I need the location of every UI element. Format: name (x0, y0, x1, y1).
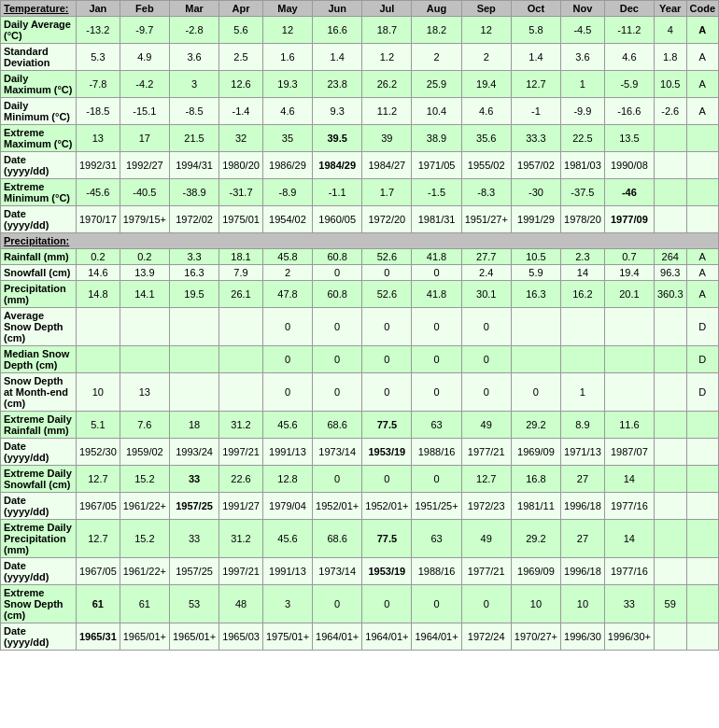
cell-value: 0 (412, 265, 461, 281)
col-header-jun: Jun (313, 1, 362, 17)
cell-value: 0 (412, 346, 461, 373)
cell-value: 59 (654, 585, 686, 623)
cell-value: 1953/19 (362, 439, 412, 466)
cell-value: -45.6 (76, 179, 120, 206)
cell-value: 30.1 (461, 281, 511, 308)
cell-value: 0 (313, 466, 362, 493)
cell-value: 1967/05 (76, 558, 120, 585)
cell-value: 12.7 (511, 71, 560, 98)
cell-value: 1994/31 (169, 152, 219, 179)
cell-value: 1988/16 (412, 558, 461, 585)
cell-value: 1991/13 (262, 558, 312, 585)
row-label: Snowfall (cm) (1, 265, 77, 281)
cell-value: 1 (561, 373, 605, 412)
cell-value: -7.8 (76, 71, 120, 98)
cell-value: -15.1 (120, 98, 169, 125)
cell-value (654, 412, 686, 439)
cell-value: -1.4 (219, 98, 263, 125)
col-header-feb: Feb (120, 1, 169, 17)
cell-value: 1967/05 (76, 493, 120, 520)
cell-value: 77.5 (362, 412, 412, 439)
cell-value: 17 (120, 125, 169, 152)
cell-value: -11.2 (604, 17, 654, 44)
cell-value (604, 346, 654, 373)
table-row: Extreme Daily Rainfall (mm)5.17.61831.24… (1, 412, 719, 439)
cell-value: 41.8 (412, 281, 461, 308)
cell-value: 1952/01+ (313, 493, 362, 520)
cell-value (169, 373, 219, 412)
row-label: Extreme Daily Snowfall (cm) (1, 466, 77, 493)
cell-value: 39 (362, 125, 412, 152)
row-label: Average Snow Depth (cm) (1, 308, 77, 346)
cell-value: 4 (654, 17, 686, 44)
cell-value: 1961/22+ (120, 493, 169, 520)
cell-value: 0 (262, 346, 312, 373)
cell-value: D (686, 308, 719, 346)
table-row: Daily Minimum (°C)-18.5-15.1-8.5-1.44.69… (1, 98, 719, 125)
cell-value: 4.9 (120, 44, 169, 71)
cell-value (686, 439, 719, 466)
cell-value: 11.6 (604, 412, 654, 439)
cell-value: 9.3 (313, 98, 362, 125)
cell-value: 1984/29 (313, 152, 362, 179)
cell-value: 1992/31 (76, 152, 120, 179)
cell-value: 13.9 (120, 265, 169, 281)
col-header-dec: Dec (604, 1, 654, 17)
cell-value: 0 (362, 308, 412, 346)
cell-value: -37.5 (561, 179, 605, 206)
table-row: Average Snow Depth (cm)00000D (1, 308, 719, 346)
table-row: Daily Maximum (°C)-7.8-4.2312.619.323.82… (1, 71, 719, 98)
cell-value: 1997/21 (219, 439, 263, 466)
cell-value: 2.3 (561, 249, 605, 265)
cell-value: 0 (511, 373, 560, 412)
cell-value: 5.1 (76, 412, 120, 439)
table-row: Median Snow Depth (cm)00000D (1, 346, 719, 373)
cell-value: A (686, 71, 719, 98)
cell-value: 1987/07 (604, 439, 654, 466)
cell-value: 1977/16 (604, 493, 654, 520)
cell-value: 2 (262, 265, 312, 281)
cell-value: 1981/31 (412, 206, 461, 233)
cell-value: 23.8 (313, 71, 362, 98)
cell-value: 2 (461, 44, 511, 71)
cell-value: 0 (262, 308, 312, 346)
cell-value: 1.7 (362, 179, 412, 206)
cell-value: 0.2 (76, 249, 120, 265)
cell-value: 1952/30 (76, 439, 120, 466)
cell-value: 41.8 (412, 249, 461, 265)
cell-value: A (686, 98, 719, 125)
cell-value: 52.6 (362, 281, 412, 308)
cell-value: -46 (604, 179, 654, 206)
cell-value (511, 346, 560, 373)
table-row: Date (yyyy/dd)1992/311992/271994/311980/… (1, 152, 719, 179)
table-row: Daily Average (°C)-13.2-9.7-2.85.61216.6… (1, 17, 719, 44)
cell-value: 1993/24 (169, 439, 219, 466)
cell-value: A (686, 265, 719, 281)
col-header-nov: Nov (561, 1, 605, 17)
cell-value (654, 125, 686, 152)
cell-value: 26.2 (362, 71, 412, 98)
cell-value: 10.5 (654, 71, 686, 98)
cell-value (654, 373, 686, 412)
cell-value: 10.4 (412, 98, 461, 125)
cell-value: 10 (561, 585, 605, 623)
cell-value: 35 (262, 125, 312, 152)
cell-value: 14 (604, 466, 654, 493)
cell-value: 1972/20 (362, 206, 412, 233)
cell-value (686, 558, 719, 585)
cell-value: 20.1 (604, 281, 654, 308)
cell-value: -1.1 (313, 179, 362, 206)
cell-value: 27.7 (461, 249, 511, 265)
row-label: Snow Depth at Month-end (cm) (1, 373, 77, 412)
cell-value: 1 (561, 71, 605, 98)
row-label: Extreme Daily Precipitation (mm) (1, 520, 77, 558)
cell-value (686, 179, 719, 206)
cell-value: 16.3 (511, 281, 560, 308)
cell-value: 0 (461, 373, 511, 412)
cell-value: 22.5 (561, 125, 605, 152)
cell-value: 1951/25+ (412, 493, 461, 520)
row-label: Extreme Maximum (°C) (1, 125, 77, 152)
cell-value (654, 308, 686, 346)
cell-value: 0 (362, 585, 412, 623)
row-label: Extreme Daily Rainfall (mm) (1, 412, 77, 439)
